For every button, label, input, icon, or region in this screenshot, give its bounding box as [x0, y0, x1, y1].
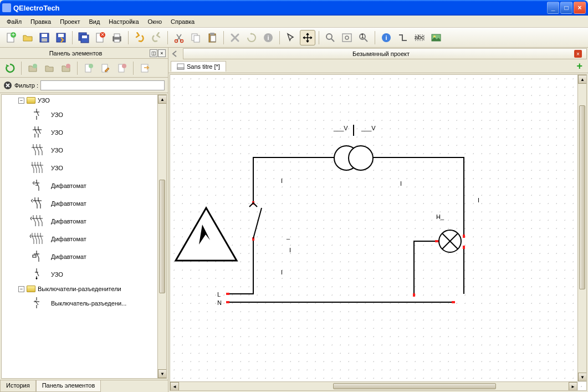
current-marker: I [400, 180, 402, 187]
import-button[interactable] [137, 60, 152, 76]
project-tab-title: Безымянный проект [188, 50, 574, 57]
sheet-tab[interactable]: Sans titre [*] [171, 61, 226, 72]
scroll-down-button[interactable]: ▼ [578, 373, 587, 381]
menu-settings[interactable]: Настройка [104, 17, 143, 26]
add-sheet-button[interactable]: + [573, 60, 586, 72]
tree-item[interactable]: УЗО [2, 266, 166, 283]
print-button[interactable] [109, 30, 125, 45]
image-button[interactable] [428, 30, 444, 45]
text-button[interactable]: abc [412, 30, 427, 45]
open-button[interactable] [20, 30, 35, 45]
info-button[interactable]: i [260, 30, 276, 45]
reload-button[interactable] [2, 60, 18, 76]
new-element-button[interactable] [81, 60, 96, 76]
canvas-scrollbar-v[interactable]: ▲ ▼ [577, 75, 586, 381]
about-button[interactable]: i [379, 30, 394, 45]
menu-window[interactable]: Окно [144, 17, 167, 26]
svg-rect-57 [463, 246, 465, 249]
elements-tab[interactable]: Панель элементов [36, 380, 101, 392]
tree-item[interactable]: Дифавтомат [2, 212, 166, 230]
svg-rect-54 [226, 293, 229, 295]
tree-item[interactable]: Выключатель-разъедени... [2, 294, 166, 312]
conductor-button[interactable] [395, 30, 411, 45]
elements-tree[interactable]: − УЗО УЗОУЗОУЗОУЗОДифавтоматДифавтоматДи… [1, 94, 167, 379]
svg-rect-5 [42, 38, 47, 42]
element-label: Дифавтомат [51, 236, 86, 242]
scroll-up-button[interactable]: ▲ [158, 95, 167, 104]
prev-tab-icon[interactable] [171, 49, 180, 58]
tree-item[interactable]: УЗО [2, 106, 166, 124]
clear-filter-icon[interactable] [3, 81, 12, 90]
edit-element-button[interactable] [98, 60, 113, 76]
save-as-button[interactable] [53, 30, 69, 45]
panel-title: Панель элементов [2, 50, 149, 57]
svg-point-26 [326, 34, 332, 39]
copy-button[interactable] [188, 30, 203, 45]
filter-input[interactable] [40, 80, 165, 90]
menu-file[interactable]: Файл [2, 17, 26, 26]
undo-button[interactable] [132, 30, 147, 45]
minimize-button[interactable]: _ [547, 2, 559, 14]
menubar: Файл Правка Проект Вид Настройка Окно Сп… [0, 16, 588, 28]
close-button[interactable]: × [574, 2, 586, 14]
element-label: УЗО [51, 165, 63, 171]
canvas-scrollbar-h[interactable]: ◄ ► [170, 381, 577, 390]
svg-rect-60 [452, 301, 455, 303]
menu-help[interactable]: Справка [166, 17, 199, 26]
scroll-right-button[interactable]: ► [569, 382, 577, 391]
save-button[interactable] [37, 30, 52, 45]
schematic-canvas[interactable]: ___V ___V H_ [170, 74, 587, 391]
scroll-thumb-v[interactable] [579, 105, 585, 289]
tree-folder[interactable]: − Выключатели-разъеденители [2, 283, 166, 294]
rotate-button[interactable] [244, 30, 259, 45]
zoom-reset-button[interactable]: 1 [356, 30, 371, 45]
tree-item[interactable]: УЗО [2, 124, 166, 141]
select-tool[interactable] [283, 30, 299, 45]
element-label: Дифавтомат [51, 218, 86, 225]
tree-folder[interactable]: − УЗО [2, 95, 166, 106]
expand-icon[interactable]: − [18, 98, 24, 104]
panel-float-button[interactable]: ◫ [150, 49, 157, 57]
tree-item[interactable]: Дифавтомат [2, 230, 166, 248]
tree-scrollbar[interactable]: ▲ ▼ [157, 95, 166, 378]
maximize-button[interactable]: □ [560, 2, 572, 14]
zoom-button[interactable] [323, 30, 338, 45]
edit-category-button[interactable] [42, 60, 57, 76]
menu-edit[interactable]: Правка [26, 17, 55, 26]
scroll-thumb[interactable] [159, 180, 165, 293]
zoom-fit-button[interactable] [339, 30, 355, 45]
sheet-tabs: Sans titre [*] + [168, 60, 588, 73]
save-all-button[interactable] [76, 30, 91, 45]
panel-close-button[interactable]: × [158, 49, 166, 57]
tree-item[interactable]: УЗО [2, 159, 166, 177]
tree-item[interactable]: Дифавтомат [2, 195, 166, 212]
move-tool[interactable] [300, 30, 315, 45]
delete-button[interactable] [227, 30, 243, 45]
delete-category-button[interactable] [58, 60, 74, 76]
expand-icon[interactable]: − [18, 286, 24, 292]
sheet-title: Sans titre [*] [187, 63, 220, 70]
cut-button[interactable] [171, 30, 187, 45]
element-label: Дифавтомат [51, 253, 86, 260]
close-file-button[interactable]: × [93, 30, 108, 45]
menu-project[interactable]: Проект [55, 17, 84, 26]
new-category-button[interactable] [25, 60, 40, 76]
scroll-thumb-h[interactable] [333, 383, 496, 389]
scroll-up-button[interactable]: ▲ [578, 75, 587, 84]
paste-button[interactable] [204, 30, 220, 45]
redo-button[interactable] [149, 30, 164, 45]
element-label: УЗО [51, 271, 63, 278]
close-tab-button[interactable]: × [574, 50, 582, 58]
project-tab[interactable]: Безымянный проект × [183, 48, 587, 59]
scroll-down-button[interactable]: ▼ [158, 369, 167, 378]
element-label: УЗО [51, 111, 63, 118]
history-tab[interactable]: История [0, 380, 36, 392]
new-button[interactable]: + [3, 30, 19, 45]
tree-item[interactable]: Дифавтомат [2, 248, 166, 266]
folder-label: УЗО [38, 97, 50, 104]
delete-element-button[interactable] [114, 60, 130, 76]
tree-item[interactable]: Дифавтомат [2, 177, 166, 195]
scroll-left-button[interactable]: ◄ [170, 382, 179, 391]
tree-item[interactable]: УЗО [2, 141, 166, 159]
menu-view[interactable]: Вид [84, 17, 104, 26]
